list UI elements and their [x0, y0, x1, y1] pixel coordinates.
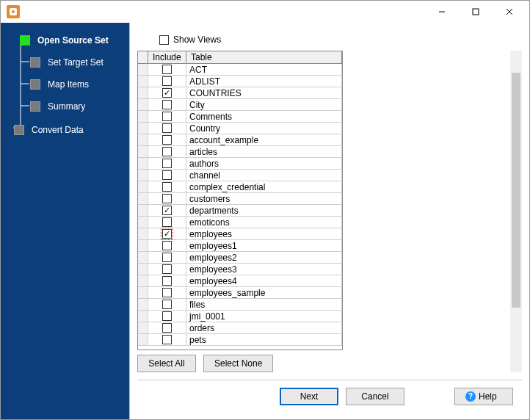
- include-checkbox[interactable]: [162, 147, 172, 156]
- include-cell[interactable]: [148, 170, 186, 181]
- table-row[interactable]: emoticons: [138, 217, 342, 228]
- include-cell[interactable]: [148, 134, 186, 145]
- include-cell[interactable]: [148, 123, 186, 134]
- tables-grid[interactable]: Include Table ACTADLISTCOUNTRIESCityComm…: [137, 51, 343, 350]
- table-row[interactable]: employees3: [138, 264, 342, 275]
- include-cell[interactable]: [148, 99, 186, 110]
- table-name-cell: orders: [186, 322, 342, 333]
- table-name-cell: Comments: [186, 111, 342, 122]
- include-checkbox[interactable]: [162, 300, 172, 309]
- include-checkbox[interactable]: [162, 170, 172, 180]
- table-name-cell: emoticons: [186, 217, 342, 228]
- include-checkbox[interactable]: [162, 123, 172, 133]
- table-row[interactable]: complex_credential: [138, 181, 342, 193]
- include-checkbox[interactable]: [162, 229, 172, 239]
- include-cell[interactable]: [148, 158, 186, 169]
- include-cell[interactable]: [148, 311, 186, 322]
- table-row[interactable]: files: [138, 299, 342, 311]
- table-row[interactable]: ADLIST: [138, 76, 342, 87]
- include-checkbox[interactable]: [162, 194, 172, 203]
- include-cell[interactable]: [148, 252, 186, 263]
- include-cell[interactable]: [148, 287, 186, 298]
- table-row[interactable]: Country: [138, 123, 342, 134]
- include-cell[interactable]: [148, 193, 186, 204]
- select-all-button[interactable]: Select All: [137, 355, 196, 372]
- table-row[interactable]: customers: [138, 193, 342, 205]
- table-row[interactable]: employees1: [138, 240, 342, 252]
- include-checkbox[interactable]: [162, 323, 172, 333]
- include-checkbox[interactable]: [162, 88, 172, 98]
- row-header: [138, 287, 148, 298]
- select-none-button[interactable]: Select None: [203, 355, 273, 372]
- wizard-step[interactable]: Open Source Set: [5, 30, 125, 51]
- include-cell[interactable]: [148, 217, 186, 228]
- row-header: [138, 205, 148, 216]
- include-cell[interactable]: [148, 299, 186, 310]
- wizard-step[interactable]: Set Target Set: [5, 52, 125, 73]
- include-checkbox[interactable]: [162, 159, 172, 168]
- col-include[interactable]: Include: [148, 51, 186, 63]
- include-cell[interactable]: [148, 334, 186, 345]
- wizard-step[interactable]: Map Items: [5, 74, 125, 95]
- table-row[interactable]: Comments: [138, 111, 342, 123]
- include-cell[interactable]: [148, 111, 186, 122]
- table-row[interactable]: City: [138, 99, 342, 111]
- col-table[interactable]: Table: [186, 51, 342, 63]
- next-button[interactable]: Next: [280, 388, 338, 405]
- include-checkbox[interactable]: [162, 112, 172, 121]
- include-checkbox[interactable]: [162, 288, 172, 297]
- table-row[interactable]: orders: [138, 322, 342, 334]
- cancel-button[interactable]: Cancel: [346, 388, 404, 405]
- include-checkbox[interactable]: [162, 241, 172, 250]
- table-row[interactable]: employees_sample: [138, 287, 342, 299]
- table-name-cell: jmi_0001: [186, 311, 342, 322]
- table-row[interactable]: jmi_0001: [138, 311, 342, 322]
- include-cell[interactable]: [148, 146, 186, 157]
- include-cell[interactable]: [148, 322, 186, 333]
- include-cell[interactable]: [148, 87, 186, 98]
- include-checkbox[interactable]: [162, 335, 172, 344]
- wizard-step[interactable]: Convert Data: [5, 120, 125, 140]
- scrollbar-thumb[interactable]: [512, 73, 520, 308]
- table-row[interactable]: channel: [138, 170, 342, 181]
- include-checkbox[interactable]: [162, 276, 172, 286]
- include-checkbox[interactable]: [162, 217, 172, 227]
- include-checkbox[interactable]: [162, 264, 172, 274]
- table-name-cell: City: [186, 99, 342, 110]
- table-row[interactable]: account_example: [138, 134, 342, 146]
- show-views-checkbox[interactable]: [159, 35, 169, 45]
- include-cell[interactable]: [148, 205, 186, 216]
- include-checkbox[interactable]: [162, 76, 172, 86]
- include-cell[interactable]: [148, 228, 186, 239]
- table-row[interactable]: employees2: [138, 252, 342, 264]
- include-checkbox[interactable]: [162, 100, 172, 109]
- include-cell[interactable]: [148, 275, 186, 286]
- table-row[interactable]: employees4: [138, 275, 342, 287]
- table-row[interactable]: articles: [138, 146, 342, 158]
- step-label: Open Source Set: [37, 35, 109, 46]
- include-cell[interactable]: [148, 264, 186, 275]
- include-checkbox[interactable]: [162, 206, 172, 215]
- vertical-scrollbar[interactable]: [510, 51, 522, 372]
- help-button[interactable]: ? Help: [454, 388, 513, 405]
- include-checkbox[interactable]: [162, 311, 172, 321]
- maximize-button[interactable]: [459, 1, 493, 23]
- include-checkbox[interactable]: [162, 65, 172, 74]
- include-cell[interactable]: [148, 181, 186, 192]
- table-row[interactable]: authors: [138, 158, 342, 170]
- include-checkbox[interactable]: [162, 135, 172, 145]
- table-row[interactable]: pets: [138, 334, 342, 346]
- include-cell[interactable]: [148, 64, 186, 75]
- wizard-step[interactable]: Summary: [5, 96, 125, 117]
- table-row[interactable]: COUNTRIES: [138, 87, 342, 99]
- minimize-button[interactable]: [425, 1, 459, 23]
- include-cell[interactable]: [148, 76, 186, 87]
- table-row[interactable]: ACT: [138, 64, 342, 76]
- include-checkbox[interactable]: [162, 253, 172, 262]
- include-checkbox[interactable]: [162, 182, 172, 192]
- table-row[interactable]: departments: [138, 205, 342, 217]
- include-cell[interactable]: [148, 240, 186, 251]
- table-row[interactable]: employees: [138, 228, 342, 240]
- row-header: [138, 181, 148, 192]
- close-button[interactable]: [493, 1, 526, 23]
